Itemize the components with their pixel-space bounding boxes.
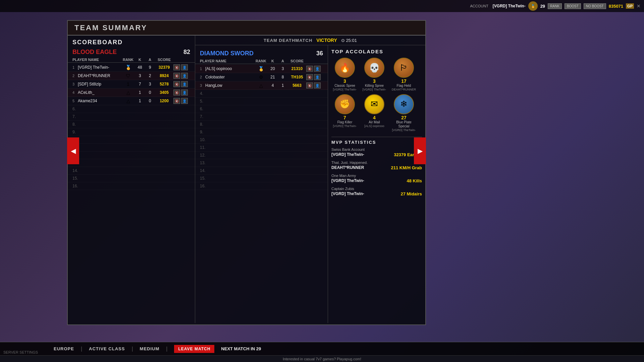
table-row: 5 Akame234 △ 1 0 1200 🔇 👤 (68, 97, 195, 105)
list-item: 10. (195, 136, 328, 144)
mute-btn[interactable]: 🔇 (173, 64, 180, 70)
accolades-title: TOP ACCOLADES (331, 49, 422, 54)
add-btn[interactable]: 👤 (314, 74, 321, 80)
blue-plate-name: Blue Plate Special (390, 120, 417, 128)
mvp-title: MVP STATISTICS (331, 140, 422, 145)
server-settings-label: SERVER SETTINGS (3, 350, 38, 354)
bottom-bar: SERVER SETTINGS EUROPE | ACTIVE CLASS | … (0, 342, 644, 362)
col-score-red: SCORE (155, 58, 173, 62)
mute-btn[interactable]: 🔇 (173, 89, 180, 96)
killing-spree-count: 3 (373, 78, 376, 84)
list-item: 11. (68, 144, 195, 152)
rank-label: RANK (548, 3, 562, 9)
flag-killer-count: 7 (343, 115, 346, 120)
flag-held-name: Flag Held (397, 84, 411, 88)
table-row: 3 HangLow △ 4 1 5663 🔇 👤 (195, 81, 328, 90)
col-k-red: K (135, 58, 145, 62)
add-btn[interactable]: 👤 (181, 73, 188, 79)
killing-spree-player: [VGRD] TheTwin- (363, 88, 386, 92)
mvp-stat-kills-value: 48 Kills (407, 178, 422, 183)
col-rank-blue: RANK (254, 59, 268, 63)
mvp-stat-grab-player: DEAHT*RUNNER (331, 165, 364, 170)
flag-held-count: 17 (401, 78, 407, 84)
add-btn[interactable]: 👤 (181, 98, 188, 104)
list-item: 10. (68, 136, 195, 144)
team-blue-header: DIAMOND SWORD 36 (195, 49, 328, 58)
bottom-bar-sub: Interested in casual 7v7 games? Playapug… (0, 355, 644, 362)
ad-text: Interested in casual 7v7 games? Playapug… (283, 357, 361, 361)
mute-btn[interactable]: 🔇 (173, 81, 180, 87)
add-btn[interactable]: 👤 (181, 81, 188, 87)
list-item: 7. (68, 113, 195, 121)
team-red-panel: SCOREBOARD BLOOD EAGLE 82 PLAYER NAME RA… (68, 36, 195, 323)
flag-killer-badge: ✊ (335, 94, 355, 114)
list-item: 13. (68, 159, 195, 167)
blue-plate-count: 27 (401, 115, 407, 120)
mute-btn[interactable]: 🔇 (306, 82, 313, 88)
add-btn[interactable]: 👤 (314, 66, 321, 72)
team-red-header: BLOOD EAGLE 82 (68, 47, 195, 57)
col-a-red: A (145, 58, 155, 62)
match-result: VICTORY (316, 38, 337, 43)
list-item: 15. (195, 175, 328, 182)
mvp-stat-swiss: Swiss Bank Account [VGRD] TheTwin- 32379… (331, 147, 422, 157)
mvp-section: MVP STATISTICS Swiss Bank Account [VGRD]… (331, 137, 422, 196)
gp-value-top: 835071 (609, 4, 623, 9)
list-item: 11. (195, 144, 328, 152)
classic-spree-count: 3 (343, 78, 346, 84)
rank-number: 29 (540, 4, 545, 9)
team-blue-name: DIAMOND SWORD (200, 50, 254, 57)
mute-btn[interactable]: 🔇 (306, 66, 313, 72)
mvp-stat-midairs-player: [VGRD] TheTwin- (331, 191, 364, 196)
active-class-label: ACTIVE CLASS (89, 346, 125, 351)
add-btn[interactable]: 👤 (181, 89, 188, 96)
team-blue-score: 36 (316, 50, 323, 57)
mute-btn[interactable]: 🔇 (173, 98, 180, 104)
col-headers-blue: PLAYER NAME RANK K A SCORE (195, 58, 328, 64)
rank-badge: 🏅 (528, 1, 538, 11)
air-mail-count: 4 (373, 115, 376, 120)
table-row: 2 DEAHT*RUNNER 🛡 3 2 8924 🔇 👤 (68, 72, 195, 80)
list-item: 12. (68, 152, 195, 159)
list-item: 16. (195, 182, 328, 190)
list-item: 7. (195, 113, 328, 121)
add-btn[interactable]: 👤 (181, 64, 188, 70)
scoreboard-area: SCOREBOARD BLOOD EAGLE 82 PLAYER NAME RA… (68, 36, 425, 323)
gp-label: GP (626, 3, 634, 9)
accolades-panel: TOP ACCOLADES 🔥 3 Classic Spree [VGRD] T… (328, 45, 425, 323)
accolade-classic-spree: 🔥 3 Classic Spree [VGRD] TheTwin- (331, 58, 358, 92)
nav-arrow-right[interactable]: ▶ (414, 137, 426, 164)
match-info-bar: TEAM DEATHMATCH VICTORY ⊙ 25:01 (195, 36, 425, 45)
mvp-stat-midairs-name: Captain Zubis (331, 187, 422, 191)
nav-arrow-left[interactable]: ◀ (67, 137, 79, 164)
add-btn[interactable]: 👤 (314, 82, 321, 88)
air-mail-name: Air Mail (369, 120, 380, 124)
team-red-name: BLOOD EAGLE (72, 49, 117, 56)
mvp-stat-kills-player: [VGRD] TheTwin- (331, 178, 364, 183)
air-mail-badge: ✉ (364, 94, 384, 114)
leave-match-button[interactable]: LEAVE MATCH (174, 345, 214, 353)
list-item: 16. (68, 182, 195, 190)
col-a-blue: A (278, 59, 288, 63)
mvp-stat-grab: That. Just. Happened. DEAHT*RUNNER 211 K… (331, 161, 422, 170)
no-boost-label: NO BOOST (584, 3, 606, 9)
accolade-blue-plate: ❄ 27 Blue Plate Special [VGRD] TheTwin- (390, 94, 417, 132)
air-mail-player: [ALS] oopirooo (364, 124, 384, 128)
player-name-top: [VGRD] TheTwin- (493, 4, 526, 8)
mute-btn[interactable]: 🔇 (306, 74, 313, 80)
flag-held-player: DEAHT*RUNNER (392, 88, 416, 92)
mute-btn[interactable]: 🔇 (173, 73, 180, 79)
flag-killer-player: [VGRD] TheTwin- (333, 124, 357, 128)
blue-plate-badge: ❄ (394, 94, 414, 114)
killing-spree-badge: 💀 (364, 58, 384, 78)
divider-3: | (166, 346, 167, 352)
divider-1: | (81, 346, 82, 352)
close-button[interactable]: ✕ (637, 3, 641, 9)
account-label: ACCOUNT (470, 4, 488, 8)
col-headers-red: PLAYER NAME RANK K A SCORE (68, 57, 195, 63)
list-item: 8. (68, 121, 195, 128)
accolade-air-mail: ✉ 4 Air Mail [ALS] oopirooo (361, 94, 388, 132)
classic-spree-player: [VGRD] TheTwin- (333, 88, 357, 92)
list-item: 12. (195, 152, 328, 159)
bottom-bar-main: SERVER SETTINGS EUROPE | ACTIVE CLASS | … (0, 342, 644, 355)
